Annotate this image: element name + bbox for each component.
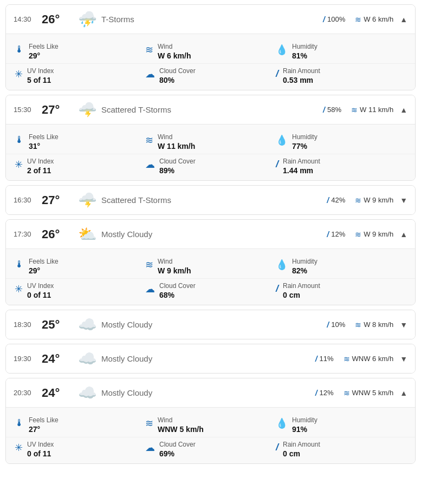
- chevron-icon[interactable]: ▼: [400, 196, 407, 205]
- uv-value: 0 of 11: [27, 291, 54, 299]
- weather-block: 17:30 26° ⛅ Mostly Cloudy / 12% ≋ W 9 km…: [5, 219, 416, 305]
- rain-value: 0.53 mm: [283, 76, 320, 84]
- rain-value: 0 cm: [283, 291, 320, 299]
- wind-detail-value: W 9 km/h: [158, 266, 191, 275]
- weather-main-row[interactable]: 17:30 26° ⛅ Mostly Cloudy / 12% ≋ W 9 km…: [6, 220, 415, 248]
- chevron-icon[interactable]: ▼: [400, 320, 407, 329]
- precip-stat: / 42%: [327, 196, 345, 205]
- wind-label: Wind: [158, 258, 191, 265]
- detail-panel: 🌡 Feels Like 27° ≋ Wind WNW 5 km/h 💧: [6, 407, 415, 463]
- weather-icon: ☁️: [73, 350, 101, 368]
- weather-main-row[interactable]: 15:30 27° 🌩️ Scattered T-Storms / 58% ≋ …: [6, 95, 415, 124]
- chevron-icon[interactable]: ▲: [400, 15, 407, 24]
- uv-icon: ✳: [15, 283, 23, 295]
- wind-stat: ≋ W 6 km/h: [355, 15, 393, 24]
- wind-icon: ≋: [344, 355, 350, 363]
- detail-row-1: 🌡 Feels Like 29° ≋ Wind W 9 km/h 💧: [6, 254, 415, 279]
- cloud-text: Cloud Cover 68%: [159, 282, 196, 299]
- wind-detail-value: W 6 km/h: [158, 51, 191, 60]
- condition-label: Mostly Cloudy: [101, 388, 315, 397]
- humidity-value: 77%: [292, 142, 318, 150]
- cloud-text: Cloud Cover 89%: [159, 158, 196, 175]
- weather-main-row[interactable]: 16:30 27° 🌩️ Scattered T-Storms / 42% ≋ …: [6, 186, 415, 214]
- detail-panel: 🌡 Feels Like 29° ≋ Wind W 6 km/h 💧: [6, 34, 415, 90]
- stats-group: / 58% ≋ W 11 km/h: [323, 106, 393, 114]
- chevron-icon[interactable]: ▲: [400, 389, 407, 397]
- precip-value: 58%: [327, 106, 341, 114]
- cloud-label: Cloud Cover: [159, 282, 196, 290]
- uv-cell: ✳ UV Index 5 of 11: [15, 67, 145, 84]
- precip-stat: / 100%: [323, 15, 345, 24]
- time-label: 16:30: [14, 196, 42, 204]
- cloud-icon: ☁: [145, 283, 155, 295]
- wind-icon: ≋: [344, 389, 350, 397]
- rain-text: Rain Amount 0 cm: [283, 441, 320, 458]
- weather-block: 18:30 25° ☁️ Mostly Cloudy / 10% ≋ W 8 k…: [5, 310, 416, 339]
- temperature: 26°: [42, 227, 73, 241]
- feels-like-text: Feels Like 29°: [29, 258, 59, 275]
- precip-stat: / 12%: [315, 389, 334, 397]
- wind-detail-value: W 11 km/h: [158, 142, 195, 150]
- detail-panel: 🌡 Feels Like 29° ≋ Wind W 9 km/h 💧: [6, 248, 415, 305]
- wind-icon: ≋: [355, 196, 361, 205]
- wind-cell: ≋ Wind WNW 5 km/h: [145, 416, 276, 434]
- wind-icon: ≋: [355, 230, 361, 239]
- humidity-label: Humidity: [292, 43, 318, 50]
- temperature: 27°: [42, 193, 73, 207]
- detail-row-1: 🌡 Feels Like 31° ≋ Wind W 11 km/h 💧: [6, 130, 415, 154]
- weather-main-row[interactable]: 19:30 24° ☁️ Mostly Cloudy / 11% ≋ WNW 6…: [6, 344, 415, 373]
- uv-icon: ✳: [15, 442, 23, 454]
- precip-icon: /: [315, 389, 318, 397]
- feels-like-text: Feels Like 27°: [29, 416, 59, 434]
- weather-main-row[interactable]: 18:30 25° ☁️ Mostly Cloudy / 10% ≋ W 8 k…: [6, 310, 415, 339]
- cloud-value: 80%: [159, 76, 196, 84]
- precip-value: 12%: [320, 389, 334, 397]
- time-label: 18:30: [14, 320, 42, 329]
- uv-icon: ✳: [15, 159, 23, 171]
- rain-value: 0 cm: [283, 449, 320, 458]
- time-label: 17:30: [14, 230, 42, 238]
- time-label: 19:30: [14, 355, 42, 363]
- precip-icon: /: [323, 15, 325, 24]
- wind-stat: ≋ W 11 km/h: [351, 106, 393, 114]
- weather-icon: ☁️: [73, 384, 101, 402]
- humidity-cell: 💧 Humidity 91%: [276, 416, 406, 434]
- precip-icon: /: [327, 230, 329, 239]
- humidity-text: Humidity 91%: [292, 416, 318, 434]
- precip-stat: / 12%: [327, 230, 345, 239]
- wind-value: W 6 km/h: [364, 15, 393, 23]
- wind-text: Wind W 6 km/h: [158, 43, 191, 60]
- weather-block: 16:30 27° 🌩️ Scattered T-Storms / 42% ≋ …: [5, 185, 416, 215]
- feels-like-cell: 🌡 Feels Like 31°: [15, 133, 145, 150]
- humidity-cell: 💧 Humidity 81%: [276, 43, 406, 60]
- cloud-cell: ☁ Cloud Cover 68%: [145, 282, 276, 299]
- uv-text: UV Index 0 of 11: [27, 282, 54, 299]
- detail-panel: 🌡 Feels Like 31° ≋ Wind W 11 km/h 💧: [6, 124, 415, 180]
- cloud-label: Cloud Cover: [159, 441, 196, 448]
- rain-text: Rain Amount 0 cm: [283, 282, 320, 299]
- wind-stat: ≋ W 9 km/h: [355, 196, 393, 205]
- humidity-cell: 💧 Humidity 82%: [276, 258, 406, 275]
- weather-main-row[interactable]: 20:30 24° ☁️ Mostly Cloudy / 12% ≋ WNW 5…: [6, 378, 415, 407]
- uv-cell: ✳ UV Index 0 of 11: [15, 282, 145, 299]
- rain-icon: /: [276, 159, 278, 170]
- rain-icon: /: [276, 68, 278, 80]
- precip-stat: / 11%: [315, 355, 334, 363]
- wind-detail-icon: ≋: [145, 44, 153, 56]
- precip-value: 100%: [327, 15, 345, 23]
- wind-value: W 9 km/h: [364, 196, 393, 204]
- condition-label: Mostly Cloudy: [101, 320, 327, 329]
- chevron-icon[interactable]: ▼: [400, 355, 407, 363]
- humidity-icon: 💧: [276, 259, 288, 271]
- temperature: 27°: [42, 103, 73, 117]
- chevron-icon[interactable]: ▲: [400, 230, 407, 239]
- feels-like-value: 27°: [29, 425, 59, 434]
- weather-icon: ⛈️: [73, 10, 101, 28]
- humidity-value: 91%: [292, 425, 318, 434]
- weather-block: 19:30 24° ☁️ Mostly Cloudy / 11% ≋ WNW 6…: [5, 344, 416, 374]
- rain-cell: / Rain Amount 1.44 mm: [276, 158, 406, 175]
- weather-main-row[interactable]: 14:30 26° ⛈️ T-Storms / 100% ≋ W 6 km/h …: [6, 5, 415, 34]
- cloud-text: Cloud Cover 69%: [159, 441, 196, 458]
- feels-like-text: Feels Like 31°: [29, 133, 59, 150]
- chevron-icon[interactable]: ▲: [400, 106, 407, 114]
